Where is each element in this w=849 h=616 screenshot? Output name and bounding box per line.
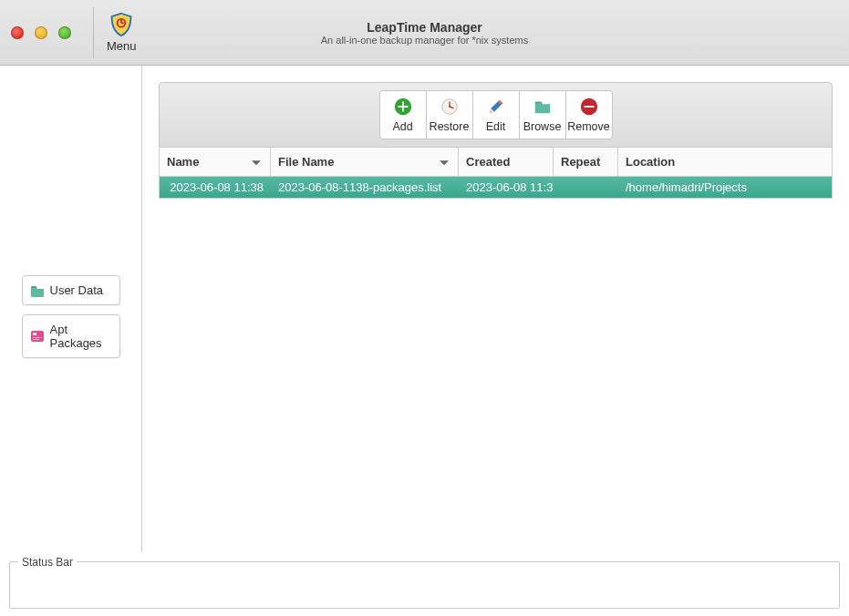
app-shield-icon: [109, 12, 134, 37]
sidebar-item-label: Apt Packages: [50, 323, 112, 350]
titlebar: Menu LeapTime Manager An all-in-one back…: [0, 0, 849, 66]
column-label: Created: [466, 155, 510, 169]
maximize-window-button[interactable]: [58, 26, 71, 39]
column-label: Name: [167, 155, 199, 169]
column-header-created[interactable]: Created: [459, 148, 554, 176]
svg-point-13: [449, 106, 450, 108]
column-header-repeat[interactable]: Repeat: [554, 148, 618, 176]
cell-name: 2023-06-08 11:38: [160, 180, 271, 194]
table-row[interactable]: 2023-06-08 11:38 2023-06-08-1138-package…: [159, 177, 833, 199]
menu-button[interactable]: Menu: [107, 12, 137, 53]
column-header-file-name[interactable]: File Name: [271, 148, 459, 176]
cell-location: /home/himadri/Projects: [618, 180, 832, 194]
restore-button[interactable]: Restore: [426, 90, 473, 139]
pencil-icon: [485, 97, 507, 117]
cell-created: 2023-06-08 11:38: [459, 180, 554, 194]
button-label: Restore: [430, 120, 470, 133]
minimize-window-button[interactable]: [35, 26, 47, 39]
svg-rect-5: [33, 337, 42, 338]
remove-button[interactable]: Remove: [565, 90, 613, 139]
folder-icon: [532, 97, 554, 117]
sidebar: User Data Apt Packages: [0, 66, 141, 552]
button-label: Add: [392, 120, 412, 133]
close-window-button[interactable]: [11, 26, 24, 39]
main-panel: Add Restore: [142, 66, 849, 552]
column-label: Location: [626, 155, 675, 169]
status-bar-label: Status Bar: [18, 556, 77, 569]
folder-teal-icon: [30, 284, 45, 297]
add-icon: [392, 97, 414, 117]
svg-rect-15: [584, 106, 594, 108]
column-header-location[interactable]: Location: [618, 148, 832, 176]
column-label: File Name: [278, 155, 334, 169]
svg-rect-4: [33, 333, 36, 335]
browse-button[interactable]: Browse: [519, 90, 566, 139]
svg-rect-3: [31, 331, 44, 342]
clock-icon: [439, 97, 461, 117]
sidebar-item-apt-packages[interactable]: Apt Packages: [22, 314, 120, 358]
sidebar-item-label: User Data: [50, 283, 104, 297]
button-label: Browse: [523, 120, 562, 133]
remove-icon: [578, 97, 600, 117]
toolbar: Add Restore: [159, 82, 833, 148]
edit-button[interactable]: Edit: [472, 90, 520, 139]
button-label: Remove: [567, 120, 610, 133]
package-pink-icon: [30, 330, 45, 343]
svg-rect-6: [33, 339, 39, 340]
menu-label: Menu: [107, 39, 137, 53]
table-header: Name File Name Created Repeat Location: [159, 148, 833, 177]
status-bar: Status Bar: [9, 548, 840, 609]
cell-file-name: 2023-06-08-1138-packages.list: [271, 180, 459, 194]
sidebar-item-user-data[interactable]: User Data: [22, 275, 120, 305]
column-label: Repeat: [561, 155, 600, 169]
button-label: Edit: [486, 120, 506, 133]
add-button[interactable]: Add: [379, 90, 427, 139]
svg-rect-9: [398, 106, 408, 108]
toolbar-group: Add Restore: [379, 90, 613, 139]
status-bar-content: [9, 561, 840, 609]
window-controls: [11, 26, 71, 39]
column-header-name[interactable]: Name: [160, 148, 271, 176]
body-area: User Data Apt Packages: [0, 66, 849, 552]
separator: [93, 7, 94, 58]
